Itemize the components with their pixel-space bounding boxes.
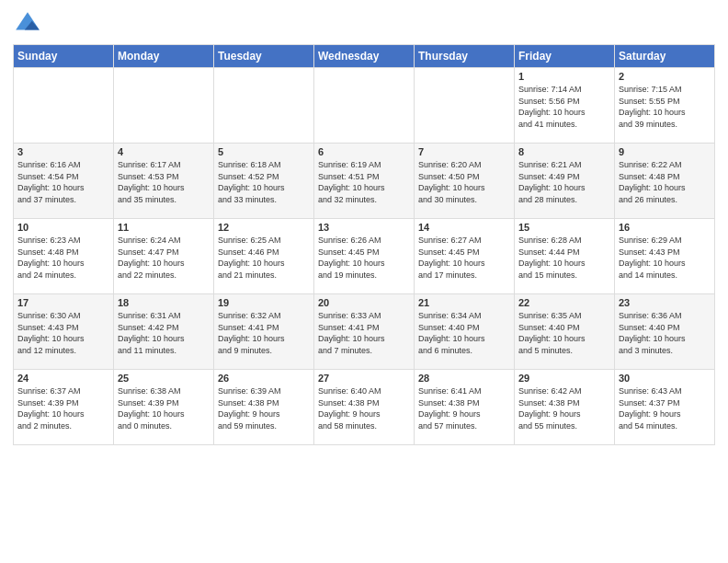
day-info: Sunrise: 6:25 AM Sunset: 4:46 PM Dayligh… <box>218 235 310 281</box>
calendar-cell: 17Sunrise: 6:30 AM Sunset: 4:43 PM Dayli… <box>14 294 114 370</box>
day-info: Sunrise: 6:41 AM Sunset: 4:38 PM Dayligh… <box>418 385 510 431</box>
day-number: 12 <box>218 222 310 233</box>
day-number: 11 <box>118 222 210 233</box>
day-info: Sunrise: 6:43 AM Sunset: 4:37 PM Dayligh… <box>619 385 711 431</box>
day-info: Sunrise: 6:36 AM Sunset: 4:40 PM Dayligh… <box>619 310 711 356</box>
day-number: 25 <box>118 373 210 384</box>
day-info: Sunrise: 6:27 AM Sunset: 4:45 PM Dayligh… <box>418 235 510 281</box>
calendar-cell: 10Sunrise: 6:23 AM Sunset: 4:48 PM Dayli… <box>14 219 114 294</box>
calendar-week-row: 3Sunrise: 6:16 AM Sunset: 4:54 PM Daylig… <box>14 144 715 219</box>
calendar-cell: 14Sunrise: 6:27 AM Sunset: 4:45 PM Dayli… <box>415 219 515 294</box>
calendar: SundayMondayTuesdayWednesdayThursdayFrid… <box>13 44 715 445</box>
day-info: Sunrise: 6:33 AM Sunset: 4:41 PM Dayligh… <box>318 310 410 356</box>
calendar-cell <box>415 68 515 144</box>
day-info: Sunrise: 6:21 AM Sunset: 4:49 PM Dayligh… <box>518 159 610 205</box>
calendar-day-header: Saturday <box>615 45 715 68</box>
calendar-cell: 21Sunrise: 6:34 AM Sunset: 4:40 PM Dayli… <box>415 294 515 370</box>
day-number: 30 <box>619 373 711 384</box>
header <box>13 9 715 39</box>
calendar-day-header: Wednesday <box>314 45 415 68</box>
logo-icon <box>13 9 42 39</box>
calendar-cell: 13Sunrise: 6:26 AM Sunset: 4:45 PM Dayli… <box>314 219 415 294</box>
day-info: Sunrise: 6:16 AM Sunset: 4:54 PM Dayligh… <box>17 159 109 205</box>
calendar-cell: 2Sunrise: 7:15 AM Sunset: 5:55 PM Daylig… <box>615 68 715 144</box>
calendar-cell: 28Sunrise: 6:41 AM Sunset: 4:38 PM Dayli… <box>415 370 515 445</box>
calendar-cell <box>14 68 114 144</box>
calendar-cell: 4Sunrise: 6:17 AM Sunset: 4:53 PM Daylig… <box>114 144 214 219</box>
day-number: 5 <box>218 146 310 157</box>
day-number: 13 <box>318 222 410 233</box>
day-number: 7 <box>418 146 510 157</box>
day-info: Sunrise: 6:35 AM Sunset: 4:40 PM Dayligh… <box>518 310 610 356</box>
calendar-cell: 18Sunrise: 6:31 AM Sunset: 4:42 PM Dayli… <box>114 294 214 370</box>
day-info: Sunrise: 6:22 AM Sunset: 4:48 PM Dayligh… <box>619 159 711 205</box>
calendar-cell <box>314 68 415 144</box>
day-number: 16 <box>619 222 711 233</box>
day-info: Sunrise: 6:29 AM Sunset: 4:43 PM Dayligh… <box>619 235 711 281</box>
day-number: 9 <box>619 146 711 157</box>
calendar-cell: 19Sunrise: 6:32 AM Sunset: 4:41 PM Dayli… <box>214 294 314 370</box>
day-info: Sunrise: 6:20 AM Sunset: 4:50 PM Dayligh… <box>418 159 510 205</box>
calendar-header-row: SundayMondayTuesdayWednesdayThursdayFrid… <box>14 45 715 68</box>
day-info: Sunrise: 7:14 AM Sunset: 5:56 PM Dayligh… <box>518 84 610 130</box>
day-number: 23 <box>619 297 711 308</box>
calendar-cell: 27Sunrise: 6:40 AM Sunset: 4:38 PM Dayli… <box>314 370 415 445</box>
day-info: Sunrise: 6:38 AM Sunset: 4:39 PM Dayligh… <box>118 385 210 431</box>
day-number: 21 <box>418 297 510 308</box>
day-info: Sunrise: 6:34 AM Sunset: 4:40 PM Dayligh… <box>418 310 510 356</box>
day-number: 29 <box>518 373 610 384</box>
calendar-cell: 16Sunrise: 6:29 AM Sunset: 4:43 PM Dayli… <box>615 219 715 294</box>
logo <box>13 9 46 39</box>
day-info: Sunrise: 7:15 AM Sunset: 5:55 PM Dayligh… <box>619 84 711 130</box>
calendar-day-header: Tuesday <box>214 45 314 68</box>
calendar-cell: 24Sunrise: 6:37 AM Sunset: 4:39 PM Dayli… <box>14 370 114 445</box>
day-info: Sunrise: 6:17 AM Sunset: 4:53 PM Dayligh… <box>118 159 210 205</box>
day-info: Sunrise: 6:42 AM Sunset: 4:38 PM Dayligh… <box>518 385 610 431</box>
day-info: Sunrise: 6:37 AM Sunset: 4:39 PM Dayligh… <box>17 385 109 431</box>
day-number: 22 <box>518 297 610 308</box>
day-info: Sunrise: 6:23 AM Sunset: 4:48 PM Dayligh… <box>17 235 109 281</box>
page: SundayMondayTuesdayWednesdayThursdayFrid… <box>0 0 728 563</box>
day-number: 26 <box>218 373 310 384</box>
calendar-cell: 7Sunrise: 6:20 AM Sunset: 4:50 PM Daylig… <box>415 144 515 219</box>
day-info: Sunrise: 6:32 AM Sunset: 4:41 PM Dayligh… <box>218 310 310 356</box>
day-number: 20 <box>318 297 410 308</box>
day-info: Sunrise: 6:26 AM Sunset: 4:45 PM Dayligh… <box>318 235 410 281</box>
calendar-cell: 30Sunrise: 6:43 AM Sunset: 4:37 PM Dayli… <box>615 370 715 445</box>
day-number: 10 <box>17 222 109 233</box>
calendar-cell: 1Sunrise: 7:14 AM Sunset: 5:56 PM Daylig… <box>515 68 615 144</box>
calendar-cell: 3Sunrise: 6:16 AM Sunset: 4:54 PM Daylig… <box>14 144 114 219</box>
calendar-cell: 22Sunrise: 6:35 AM Sunset: 4:40 PM Dayli… <box>515 294 615 370</box>
day-number: 27 <box>318 373 410 384</box>
calendar-cell: 26Sunrise: 6:39 AM Sunset: 4:38 PM Dayli… <box>214 370 314 445</box>
calendar-cell: 15Sunrise: 6:28 AM Sunset: 4:44 PM Dayli… <box>515 219 615 294</box>
calendar-day-header: Monday <box>114 45 214 68</box>
day-number: 15 <box>518 222 610 233</box>
day-info: Sunrise: 6:31 AM Sunset: 4:42 PM Dayligh… <box>118 310 210 356</box>
calendar-cell: 25Sunrise: 6:38 AM Sunset: 4:39 PM Dayli… <box>114 370 214 445</box>
day-number: 8 <box>518 146 610 157</box>
day-number: 6 <box>318 146 410 157</box>
day-number: 4 <box>118 146 210 157</box>
calendar-week-row: 10Sunrise: 6:23 AM Sunset: 4:48 PM Dayli… <box>14 219 715 294</box>
day-number: 1 <box>518 71 610 82</box>
day-number: 18 <box>118 297 210 308</box>
day-number: 24 <box>17 373 109 384</box>
calendar-cell: 6Sunrise: 6:19 AM Sunset: 4:51 PM Daylig… <box>314 144 415 219</box>
day-number: 17 <box>17 297 109 308</box>
day-info: Sunrise: 6:28 AM Sunset: 4:44 PM Dayligh… <box>518 235 610 281</box>
day-info: Sunrise: 6:30 AM Sunset: 4:43 PM Dayligh… <box>17 310 109 356</box>
calendar-cell: 9Sunrise: 6:22 AM Sunset: 4:48 PM Daylig… <box>615 144 715 219</box>
day-number: 28 <box>418 373 510 384</box>
calendar-day-header: Friday <box>515 45 615 68</box>
calendar-week-row: 1Sunrise: 7:14 AM Sunset: 5:56 PM Daylig… <box>14 68 715 144</box>
calendar-cell <box>214 68 314 144</box>
day-number: 3 <box>17 146 109 157</box>
calendar-cell <box>114 68 214 144</box>
calendar-cell: 11Sunrise: 6:24 AM Sunset: 4:47 PM Dayli… <box>114 219 214 294</box>
calendar-day-header: Sunday <box>14 45 114 68</box>
day-info: Sunrise: 6:39 AM Sunset: 4:38 PM Dayligh… <box>218 385 310 431</box>
day-number: 14 <box>418 222 510 233</box>
calendar-week-row: 17Sunrise: 6:30 AM Sunset: 4:43 PM Dayli… <box>14 294 715 370</box>
calendar-cell: 23Sunrise: 6:36 AM Sunset: 4:40 PM Dayli… <box>615 294 715 370</box>
